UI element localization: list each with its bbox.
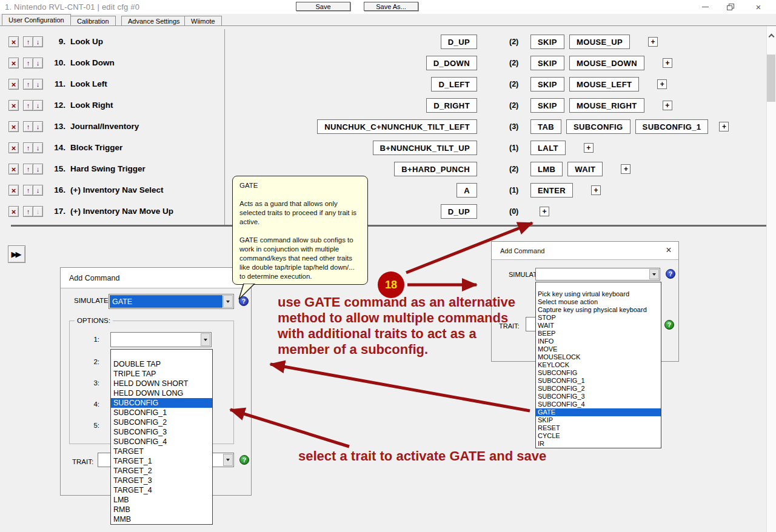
command-button[interactable]: MOUSE_RIGHT — [569, 98, 644, 113]
move-up-button[interactable]: ↑ — [23, 121, 33, 132]
close-window-button[interactable]: × — [748, 0, 769, 14]
dropdown-button[interactable] — [201, 333, 210, 346]
move-down-button[interactable]: ↓ — [33, 142, 43, 153]
move-up-button[interactable]: ↑ — [23, 58, 33, 68]
dropdown-item[interactable]: Select mouse action — [536, 298, 661, 306]
move-down-button[interactable]: ↓ — [33, 164, 43, 175]
simulate-combobox[interactable] — [535, 268, 660, 281]
dropdown-item[interactable]: STOP — [536, 314, 661, 322]
command-button[interactable]: SUBCONFIG — [566, 119, 630, 134]
command-button[interactable]: ENTER — [530, 183, 573, 198]
add-command-button[interactable]: + — [657, 79, 667, 89]
dropdown-button[interactable] — [649, 269, 659, 279]
add-command-button[interactable]: + — [648, 37, 658, 47]
dropdown-item[interactable]: TARGET_1 — [111, 456, 212, 466]
dropdown-button[interactable] — [223, 454, 233, 466]
dropdown-item[interactable]: MOVE — [536, 345, 661, 353]
dropdown-item[interactable]: SKIP — [536, 416, 661, 424]
delete-row-button[interactable]: × — [8, 142, 19, 153]
dropdown-item[interactable]: SUBCONFIG_3 — [536, 393, 661, 401]
add-command-button[interactable]: + — [584, 143, 594, 153]
command-button[interactable]: MOUSE_DOWN — [569, 56, 644, 70]
dropdown-item[interactable]: MOUSELOCK — [536, 353, 661, 361]
add-command-button[interactable]: + — [621, 164, 630, 174]
dropdown-item[interactable]: TARGET_2 — [111, 466, 212, 476]
command-button[interactable]: MOUSE_LEFT — [569, 77, 639, 91]
close-dialog-button[interactable]: × — [663, 244, 675, 256]
command-button[interactable]: MOUSE_UP — [569, 35, 630, 49]
command-button[interactable]: WAIT — [567, 162, 603, 176]
delete-row-button[interactable]: × — [8, 121, 19, 132]
key-combo-button[interactable]: D_UP — [441, 204, 477, 219]
delete-row-button[interactable]: × — [8, 164, 19, 175]
command-button[interactable]: SKIP — [530, 77, 564, 91]
delete-row-button[interactable]: × — [8, 185, 19, 196]
key-combo-button[interactable]: D_DOWN — [426, 56, 477, 70]
key-combo-button[interactable]: B+HARD_PUNCH — [394, 162, 477, 176]
tab-user-configuration[interactable]: User Configuration — [2, 14, 71, 25]
key-combo-button[interactable]: D_RIGHT — [426, 98, 477, 113]
dropdown-item[interactable]: WAIT — [536, 322, 661, 330]
dropdown-item[interactable]: TARGET_4 — [111, 485, 212, 495]
delete-row-button[interactable]: × — [8, 58, 19, 68]
command-button[interactable]: SKIP — [530, 35, 564, 49]
dropdown-item[interactable]: SUBCONFIG — [111, 398, 212, 408]
dropdown-button[interactable] — [223, 295, 233, 308]
restore-button[interactable] — [720, 0, 741, 14]
dropdown-item[interactable]: KEYLOCK — [536, 361, 661, 369]
scrollbar-track[interactable] — [766, 26, 776, 532]
tab-wiimote[interactable]: Wiimote — [184, 16, 222, 25]
move-down-button[interactable]: ↓ — [33, 185, 43, 196]
dropdown-item[interactable]: SUBCONFIG_2 — [111, 417, 212, 427]
delete-row-button[interactable]: × — [8, 100, 19, 111]
command-button[interactable]: SUBCONFIG_1 — [635, 119, 709, 134]
dropdown-item[interactable]: SUBCONFIG_2 — [536, 385, 661, 393]
fast-forward-button[interactable]: ▶▶ — [8, 245, 25, 263]
minimize-button[interactable] — [695, 0, 715, 14]
delete-row-button[interactable]: × — [8, 206, 19, 217]
delete-row-button[interactable]: × — [8, 36, 19, 47]
dropdown-item[interactable]: TARGET — [111, 447, 212, 456]
dropdown-item[interactable]: SUBCONFIG_4 — [536, 401, 661, 408]
move-up-button[interactable]: ↑ — [23, 164, 33, 175]
dropdown-item[interactable]: DOUBLE TAP — [111, 359, 212, 369]
move-up-button[interactable]: ↑ — [23, 185, 33, 196]
tab-advance-settings[interactable]: Advance Settings — [121, 16, 187, 25]
add-command-button[interactable]: + — [663, 101, 672, 110]
save-as-button[interactable]: Save As... — [364, 2, 418, 11]
help-icon[interactable]: ? — [239, 455, 249, 465]
command-button[interactable]: SKIP — [530, 98, 564, 113]
dropdown-item[interactable]: IR — [536, 440, 661, 448]
help-icon[interactable]: ? — [664, 320, 674, 330]
dropdown-item[interactable]: GATE — [536, 408, 661, 416]
option-1-combobox[interactable] — [110, 332, 212, 347]
delete-row-button[interactable]: × — [8, 79, 19, 90]
help-icon[interactable]: ? — [666, 269, 675, 279]
move-up-button[interactable]: ↑ — [23, 36, 33, 47]
move-up-button[interactable]: ↑ — [23, 79, 33, 90]
dropdown-item[interactable]: RESET — [536, 424, 661, 432]
add-command-button[interactable]: + — [719, 122, 729, 131]
dropdown-item[interactable] — [536, 282, 661, 290]
dropdown-item[interactable]: SUBCONFIG — [536, 369, 661, 377]
command-button[interactable]: SKIP — [530, 56, 564, 70]
move-down-button[interactable]: ↓ — [33, 100, 43, 111]
command-button[interactable]: TAB — [530, 119, 561, 134]
scrollbar-thumb[interactable] — [767, 55, 775, 102]
move-up-button[interactable]: ↑ — [23, 100, 33, 111]
move-up-button[interactable]: ↑ — [23, 206, 33, 217]
tab-calibration[interactable]: Calibration — [70, 16, 116, 25]
dropdown-item[interactable]: Capture key using physical keyboard — [536, 306, 661, 314]
dropdown-item[interactable]: TARGET_3 — [111, 476, 212, 485]
simulate-combobox[interactable]: GATE — [109, 294, 234, 309]
key-combo-button[interactable]: D_LEFT — [431, 77, 477, 91]
move-down-button[interactable]: ↓ — [33, 79, 43, 90]
dropdown-item[interactable]: SUBCONFIG_1 — [111, 408, 212, 417]
dropdown-item[interactable]: SUBCONFIG_3 — [111, 427, 212, 437]
command-button[interactable]: LMB — [530, 162, 563, 176]
dropdown-item[interactable]: Pick key using virtual keyboard — [536, 290, 661, 298]
dropdown-item[interactable]: BEEP — [536, 330, 661, 337]
key-combo-button[interactable]: D_UP — [441, 35, 477, 49]
command-button[interactable]: LALT — [530, 141, 566, 155]
dropdown-item[interactable]: HELD DOWN SHORT — [111, 379, 212, 388]
